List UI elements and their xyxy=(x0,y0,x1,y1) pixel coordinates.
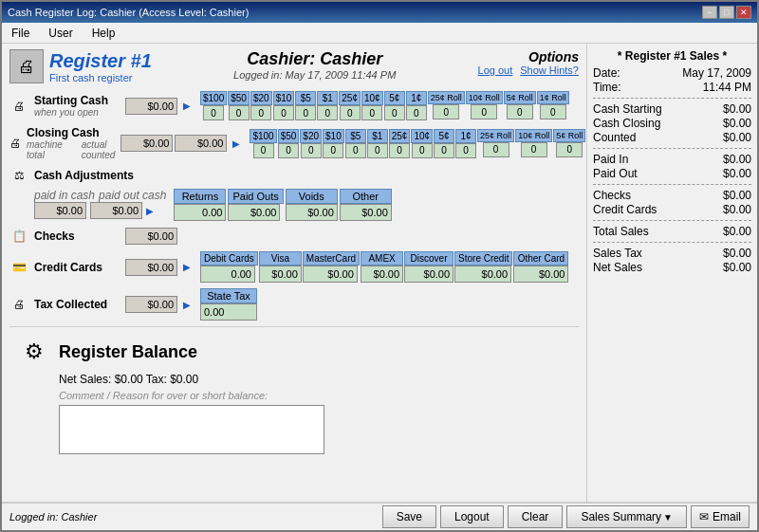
closing-denom-25roll-input[interactable] xyxy=(483,142,509,157)
closing-cash-expand[interactable]: ▶ xyxy=(232,138,240,149)
minimize-button[interactable]: − xyxy=(702,6,717,19)
email-label: Email xyxy=(713,510,741,523)
adj-voids-input[interactable] xyxy=(286,204,338,221)
sales-divider-4 xyxy=(593,220,751,221)
close-button[interactable]: ✕ xyxy=(736,6,751,19)
denom-25roll-input[interactable] xyxy=(433,104,459,119)
denom-1roll: 1¢ Roll xyxy=(537,91,569,120)
logout-button[interactable]: Logout xyxy=(440,505,504,528)
sales-date-value: May 17, 2009 xyxy=(682,66,751,80)
denom-100-input[interactable] xyxy=(203,105,224,120)
hints-link[interactable]: Show Hints? xyxy=(520,64,579,76)
denom-1c-input[interactable] xyxy=(406,105,427,120)
closing-cash-amount1[interactable]: $0.00 xyxy=(120,135,173,152)
chevron-down-icon: ▼ xyxy=(663,512,673,523)
adj-paidouts-input[interactable] xyxy=(228,204,280,221)
maximize-button[interactable]: □ xyxy=(719,6,734,19)
clear-button[interactable]: Clear xyxy=(508,505,564,528)
sales-time-label: Time: xyxy=(593,81,621,94)
denom-25c: 25¢ xyxy=(339,91,361,120)
menu-user[interactable]: User xyxy=(43,25,78,42)
closing-denom-20-input[interactable] xyxy=(301,143,322,158)
tax-collected-expand[interactable]: ▶ xyxy=(183,300,191,310)
closing-denom-100-input[interactable] xyxy=(253,143,274,158)
denom-25c-input[interactable] xyxy=(340,105,361,120)
cc-store-credit-input[interactable] xyxy=(454,266,511,283)
cashier-info: Cashier: Cashier Logged in: May 17, 2009… xyxy=(233,49,396,81)
tax-collected-amount[interactable]: $0.00 xyxy=(125,296,177,313)
cc-other-input[interactable] xyxy=(513,266,568,283)
denom-5roll-input[interactable] xyxy=(507,104,533,119)
closing-cash-label: Closing Cash xyxy=(27,126,115,139)
closing-denom-10roll-input[interactable] xyxy=(521,142,547,157)
menu-bar: File User Help xyxy=(2,23,757,44)
balance-subtitle: Net Sales: $0.00 Tax: $0.00 xyxy=(59,373,571,386)
starting-cash-amount[interactable]: $0.00 xyxy=(125,98,177,115)
cc-debit-input[interactable] xyxy=(200,266,255,283)
denom-1c: 1¢ xyxy=(406,91,427,120)
closing-denom-5roll-input[interactable] xyxy=(556,142,583,157)
starting-cash-expand[interactable]: ▶ xyxy=(183,101,191,111)
denom-10roll-input[interactable] xyxy=(471,104,497,119)
menu-file[interactable]: File xyxy=(6,25,35,42)
denom-1roll-input[interactable] xyxy=(540,104,566,119)
closing-denom-25c-input[interactable] xyxy=(389,143,410,158)
paid-out-amount[interactable]: $0.00 xyxy=(90,202,142,219)
closing-denom-5c-input[interactable] xyxy=(434,143,454,158)
status-logged-in: Logged in: Cashier xyxy=(9,511,97,523)
main-content: 🖨 Register #1 First cash register Cashie… xyxy=(2,44,757,502)
denom-20-input[interactable] xyxy=(250,105,271,120)
paid-in-amount[interactable]: $0.00 xyxy=(34,202,86,219)
cc-table: Debit Cards Visa MasterCard AMEX xyxy=(200,251,568,283)
register-title: 🖨 Register #1 First cash register xyxy=(9,49,152,83)
denom-5c-input[interactable] xyxy=(384,105,405,120)
state-tax-header: State Tax xyxy=(200,288,257,303)
closing-denom-10-input[interactable] xyxy=(323,143,343,158)
checks-amount[interactable]: $0.00 xyxy=(125,228,177,245)
options-area: Options Log out Show Hints? xyxy=(478,49,579,76)
closing-denom-1c-input[interactable] xyxy=(455,143,476,158)
logout-link[interactable]: Log out xyxy=(478,64,513,76)
register-subtitle: First cash register xyxy=(49,72,152,83)
cc-discover-input[interactable] xyxy=(404,266,454,283)
closing-denom-50-input[interactable] xyxy=(278,143,299,158)
cashier-name: Cashier: Cashier xyxy=(233,49,396,69)
email-button[interactable]: ✉ Email xyxy=(691,505,750,528)
denom-5: $5 xyxy=(295,91,316,120)
denom-50-input[interactable] xyxy=(229,105,250,120)
cc-mastercard-input[interactable] xyxy=(303,266,358,283)
cc-amex-input[interactable] xyxy=(361,266,403,283)
cc-visa-input[interactable] xyxy=(259,266,302,283)
closing-denom-1-input[interactable] xyxy=(367,143,388,158)
checks-label: Checks xyxy=(34,229,120,243)
menu-help[interactable]: Help xyxy=(86,25,121,42)
denom-10c-input[interactable] xyxy=(361,105,382,120)
register-balance-section: ⚙ Register Balance Net Sales: $0.00 Tax:… xyxy=(9,326,579,465)
adj-returns-input[interactable] xyxy=(174,204,226,221)
denom-20: $20 xyxy=(250,91,272,120)
closing-cash-amount2[interactable]: $0.00 xyxy=(175,135,227,152)
save-button[interactable]: Save xyxy=(382,505,436,528)
sales-counted: Counted $0.00 xyxy=(593,131,751,144)
denom-10-input[interactable] xyxy=(273,105,294,120)
starting-cash-denoms: $100 $50 $20 $10 $5 $1 25¢ 10¢ 5¢ 1¢ 25¢… xyxy=(200,91,569,120)
credit-cards-expand[interactable]: ▶ xyxy=(183,262,191,272)
cash-adj-expand[interactable]: ▶ xyxy=(146,206,154,216)
starting-cash-row: 🖨 Starting Cash when you open $0.00 ▶ $1… xyxy=(9,91,579,120)
denom-5-input[interactable] xyxy=(295,105,316,120)
denom-1-input[interactable] xyxy=(317,105,338,120)
adj-other-input[interactable] xyxy=(340,204,392,221)
sales-summary-label: Sales Summary xyxy=(581,510,661,523)
sales-tax: Sales Tax $0.00 xyxy=(593,247,751,260)
denom-100: $100 xyxy=(200,91,227,120)
balance-comment-input[interactable] xyxy=(59,405,324,454)
denom-5c: 5¢ xyxy=(384,91,405,120)
closing-denom-5-input[interactable] xyxy=(345,143,366,158)
credit-cards-amount[interactable]: $0.00 xyxy=(125,259,177,276)
sales-summary-button[interactable]: Sales Summary ▼ xyxy=(566,505,687,528)
paid-out-label: paid out cash xyxy=(99,189,166,202)
state-tax-input[interactable] xyxy=(200,303,257,321)
options-links: Log out Show Hints? xyxy=(478,64,579,76)
closing-denom-10c-input[interactable] xyxy=(412,143,433,158)
register-name-block: Register #1 First cash register xyxy=(49,50,152,83)
